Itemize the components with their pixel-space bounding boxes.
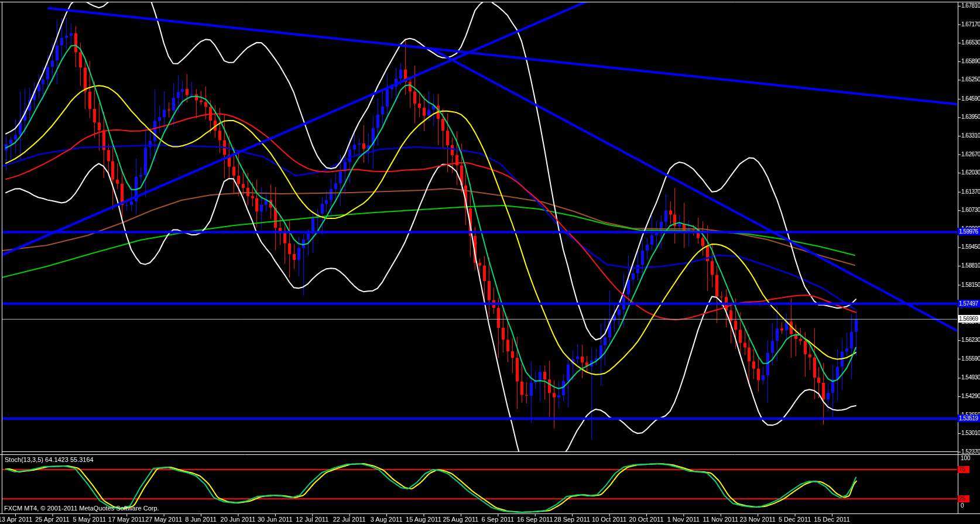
copyright-text: FXCM MT4, © 2001-2011 MetaQuotes Softwar… [4, 505, 159, 512]
stoch-axis-100: 100 [961, 455, 971, 461]
chart-canvas[interactable] [0, 0, 980, 524]
stoch-level-75-label: 75 [958, 466, 969, 473]
hline-label-2: 1.57497 [958, 300, 980, 307]
mt4-chart-window: 1.678101.671701.665301.658901.652501.645… [0, 0, 980, 524]
hline-label-1: 1.59976 [958, 228, 980, 235]
stochastic-indicator-label: Stoch(13,3,5) 64.1423 55.3164 [5, 456, 94, 463]
stoch-level-25-label: 25 [958, 495, 969, 502]
current-price-label: 1.56969 [958, 315, 980, 323]
hline-label-3: 1.53519 [958, 415, 980, 422]
stoch-axis-0: 0 [961, 502, 964, 509]
